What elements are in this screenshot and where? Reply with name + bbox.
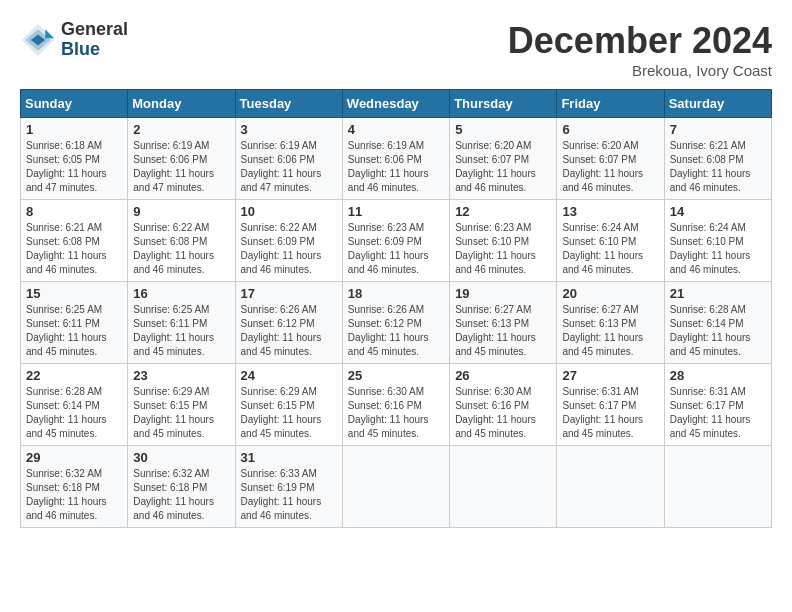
day-info: Sunrise: 6:31 AM Sunset: 6:17 PM Dayligh… — [562, 385, 658, 441]
calendar-cell: 2Sunrise: 6:19 AM Sunset: 6:06 PM Daylig… — [128, 118, 235, 200]
day-number: 19 — [455, 286, 551, 301]
calendar-cell: 20Sunrise: 6:27 AM Sunset: 6:13 PM Dayli… — [557, 282, 664, 364]
day-number: 23 — [133, 368, 229, 383]
day-number: 28 — [670, 368, 766, 383]
day-info: Sunrise: 6:27 AM Sunset: 6:13 PM Dayligh… — [562, 303, 658, 359]
day-info: Sunrise: 6:29 AM Sunset: 6:15 PM Dayligh… — [133, 385, 229, 441]
day-info: Sunrise: 6:21 AM Sunset: 6:08 PM Dayligh… — [26, 221, 122, 277]
calendar-cell: 4Sunrise: 6:19 AM Sunset: 6:06 PM Daylig… — [342, 118, 449, 200]
day-number: 3 — [241, 122, 337, 137]
calendar-cell: 17Sunrise: 6:26 AM Sunset: 6:12 PM Dayli… — [235, 282, 342, 364]
day-number: 27 — [562, 368, 658, 383]
day-info: Sunrise: 6:19 AM Sunset: 6:06 PM Dayligh… — [348, 139, 444, 195]
weekday-header-sunday: Sunday — [21, 90, 128, 118]
logo-blue-text: Blue — [61, 40, 128, 60]
day-number: 25 — [348, 368, 444, 383]
logo: General Blue — [20, 20, 128, 60]
calendar-cell: 27Sunrise: 6:31 AM Sunset: 6:17 PM Dayli… — [557, 364, 664, 446]
day-info: Sunrise: 6:29 AM Sunset: 6:15 PM Dayligh… — [241, 385, 337, 441]
calendar-header: SundayMondayTuesdayWednesdayThursdayFrid… — [21, 90, 772, 118]
day-info: Sunrise: 6:31 AM Sunset: 6:17 PM Dayligh… — [670, 385, 766, 441]
weekday-header-monday: Monday — [128, 90, 235, 118]
day-number: 26 — [455, 368, 551, 383]
calendar-week-row: 29Sunrise: 6:32 AM Sunset: 6:18 PM Dayli… — [21, 446, 772, 528]
calendar-cell: 7Sunrise: 6:21 AM Sunset: 6:08 PM Daylig… — [664, 118, 771, 200]
day-number: 21 — [670, 286, 766, 301]
calendar-week-row: 15Sunrise: 6:25 AM Sunset: 6:11 PM Dayli… — [21, 282, 772, 364]
calendar-cell: 5Sunrise: 6:20 AM Sunset: 6:07 PM Daylig… — [450, 118, 557, 200]
logo-icon — [20, 22, 56, 58]
day-info: Sunrise: 6:27 AM Sunset: 6:13 PM Dayligh… — [455, 303, 551, 359]
day-info: Sunrise: 6:23 AM Sunset: 6:09 PM Dayligh… — [348, 221, 444, 277]
day-number: 29 — [26, 450, 122, 465]
day-number: 7 — [670, 122, 766, 137]
day-number: 16 — [133, 286, 229, 301]
day-number: 1 — [26, 122, 122, 137]
calendar-cell: 15Sunrise: 6:25 AM Sunset: 6:11 PM Dayli… — [21, 282, 128, 364]
weekday-header-thursday: Thursday — [450, 90, 557, 118]
day-info: Sunrise: 6:32 AM Sunset: 6:18 PM Dayligh… — [133, 467, 229, 523]
calendar-cell: 13Sunrise: 6:24 AM Sunset: 6:10 PM Dayli… — [557, 200, 664, 282]
day-number: 10 — [241, 204, 337, 219]
calendar-week-row: 8Sunrise: 6:21 AM Sunset: 6:08 PM Daylig… — [21, 200, 772, 282]
calendar-cell: 28Sunrise: 6:31 AM Sunset: 6:17 PM Dayli… — [664, 364, 771, 446]
day-info: Sunrise: 6:22 AM Sunset: 6:08 PM Dayligh… — [133, 221, 229, 277]
day-info: Sunrise: 6:24 AM Sunset: 6:10 PM Dayligh… — [670, 221, 766, 277]
location-subtitle: Brekoua, Ivory Coast — [508, 62, 772, 79]
day-info: Sunrise: 6:26 AM Sunset: 6:12 PM Dayligh… — [241, 303, 337, 359]
calendar-cell: 3Sunrise: 6:19 AM Sunset: 6:06 PM Daylig… — [235, 118, 342, 200]
calendar-cell: 12Sunrise: 6:23 AM Sunset: 6:10 PM Dayli… — [450, 200, 557, 282]
calendar-cell: 22Sunrise: 6:28 AM Sunset: 6:14 PM Dayli… — [21, 364, 128, 446]
calendar-cell: 8Sunrise: 6:21 AM Sunset: 6:08 PM Daylig… — [21, 200, 128, 282]
day-info: Sunrise: 6:32 AM Sunset: 6:18 PM Dayligh… — [26, 467, 122, 523]
day-info: Sunrise: 6:23 AM Sunset: 6:10 PM Dayligh… — [455, 221, 551, 277]
calendar-cell: 23Sunrise: 6:29 AM Sunset: 6:15 PM Dayli… — [128, 364, 235, 446]
day-info: Sunrise: 6:24 AM Sunset: 6:10 PM Dayligh… — [562, 221, 658, 277]
day-info: Sunrise: 6:22 AM Sunset: 6:09 PM Dayligh… — [241, 221, 337, 277]
calendar-cell: 9Sunrise: 6:22 AM Sunset: 6:08 PM Daylig… — [128, 200, 235, 282]
calendar-cell: 6Sunrise: 6:20 AM Sunset: 6:07 PM Daylig… — [557, 118, 664, 200]
day-number: 14 — [670, 204, 766, 219]
day-info: Sunrise: 6:30 AM Sunset: 6:16 PM Dayligh… — [455, 385, 551, 441]
day-info: Sunrise: 6:20 AM Sunset: 6:07 PM Dayligh… — [455, 139, 551, 195]
calendar-cell: 10Sunrise: 6:22 AM Sunset: 6:09 PM Dayli… — [235, 200, 342, 282]
calendar-cell — [450, 446, 557, 528]
weekday-header-wednesday: Wednesday — [342, 90, 449, 118]
day-number: 5 — [455, 122, 551, 137]
day-number: 22 — [26, 368, 122, 383]
weekday-header-tuesday: Tuesday — [235, 90, 342, 118]
calendar-cell: 24Sunrise: 6:29 AM Sunset: 6:15 PM Dayli… — [235, 364, 342, 446]
month-title: December 2024 — [508, 20, 772, 62]
day-number: 17 — [241, 286, 337, 301]
weekday-header-row: SundayMondayTuesdayWednesdayThursdayFrid… — [21, 90, 772, 118]
day-number: 15 — [26, 286, 122, 301]
weekday-header-friday: Friday — [557, 90, 664, 118]
calendar-cell: 29Sunrise: 6:32 AM Sunset: 6:18 PM Dayli… — [21, 446, 128, 528]
logo-general-text: General — [61, 20, 128, 40]
day-number: 4 — [348, 122, 444, 137]
title-block: December 2024 Brekoua, Ivory Coast — [508, 20, 772, 79]
day-info: Sunrise: 6:25 AM Sunset: 6:11 PM Dayligh… — [26, 303, 122, 359]
calendar-cell: 26Sunrise: 6:30 AM Sunset: 6:16 PM Dayli… — [450, 364, 557, 446]
calendar-table: SundayMondayTuesdayWednesdayThursdayFrid… — [20, 89, 772, 528]
weekday-header-saturday: Saturday — [664, 90, 771, 118]
calendar-cell: 14Sunrise: 6:24 AM Sunset: 6:10 PM Dayli… — [664, 200, 771, 282]
calendar-week-row: 1Sunrise: 6:18 AM Sunset: 6:05 PM Daylig… — [21, 118, 772, 200]
calendar-cell: 18Sunrise: 6:26 AM Sunset: 6:12 PM Dayli… — [342, 282, 449, 364]
day-info: Sunrise: 6:21 AM Sunset: 6:08 PM Dayligh… — [670, 139, 766, 195]
calendar-cell: 16Sunrise: 6:25 AM Sunset: 6:11 PM Dayli… — [128, 282, 235, 364]
calendar-cell — [664, 446, 771, 528]
day-number: 24 — [241, 368, 337, 383]
calendar-cell: 1Sunrise: 6:18 AM Sunset: 6:05 PM Daylig… — [21, 118, 128, 200]
day-number: 2 — [133, 122, 229, 137]
day-info: Sunrise: 6:30 AM Sunset: 6:16 PM Dayligh… — [348, 385, 444, 441]
day-info: Sunrise: 6:28 AM Sunset: 6:14 PM Dayligh… — [26, 385, 122, 441]
calendar-cell — [557, 446, 664, 528]
day-info: Sunrise: 6:19 AM Sunset: 6:06 PM Dayligh… — [241, 139, 337, 195]
day-info: Sunrise: 6:18 AM Sunset: 6:05 PM Dayligh… — [26, 139, 122, 195]
day-number: 20 — [562, 286, 658, 301]
day-number: 9 — [133, 204, 229, 219]
calendar-cell: 30Sunrise: 6:32 AM Sunset: 6:18 PM Dayli… — [128, 446, 235, 528]
calendar-body: 1Sunrise: 6:18 AM Sunset: 6:05 PM Daylig… — [21, 118, 772, 528]
day-number: 18 — [348, 286, 444, 301]
